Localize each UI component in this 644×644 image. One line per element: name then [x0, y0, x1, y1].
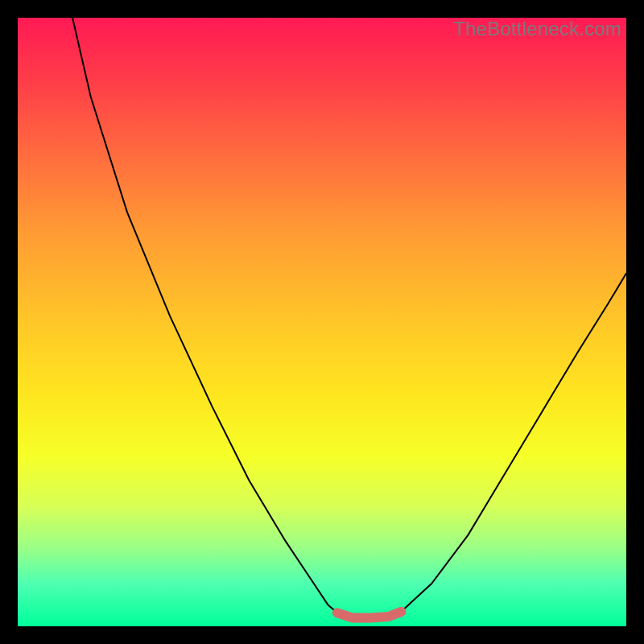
chart-svg: [18, 18, 626, 626]
bottom-band: [337, 612, 401, 618]
chart-plot-area: TheBottleneck.com: [18, 18, 626, 626]
curve-left: [72, 18, 337, 613]
curve-right: [401, 274, 626, 612]
chart-frame: TheBottleneck.com: [0, 0, 644, 644]
